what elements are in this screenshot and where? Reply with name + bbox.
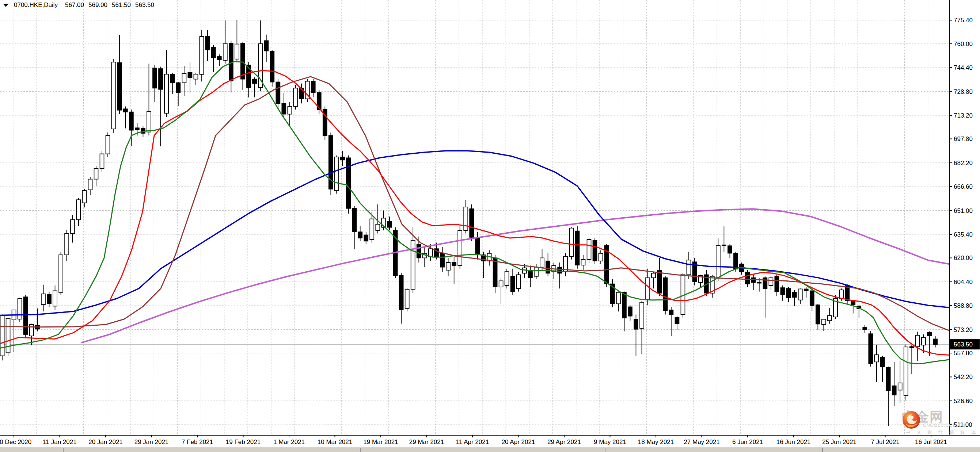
candle-body — [916, 335, 920, 346]
x-axis-label: 16 Jun 2021 — [776, 438, 811, 446]
candle-body — [634, 319, 638, 329]
candle-body — [869, 334, 873, 363]
candle-body — [124, 109, 127, 112]
low-value: 561.50 — [112, 2, 131, 9]
candle-body — [681, 274, 685, 315]
candle-body — [135, 128, 139, 130]
candle-body — [792, 292, 797, 297]
candle-body — [235, 44, 239, 59]
x-axis-label: 30 Dec 2020 — [0, 438, 32, 446]
candle-body — [106, 135, 110, 154]
candle-body — [118, 63, 122, 110]
x-axis-label: 29 Mar 2021 — [409, 438, 444, 446]
candle-body — [687, 260, 691, 274]
y-axis-label: 666.60 — [954, 183, 973, 190]
candle-body — [200, 36, 204, 74]
candle-body — [511, 276, 515, 292]
x-axis-label: 6 Jun 2021 — [732, 438, 763, 446]
candle-body — [534, 267, 538, 276]
candle-body — [599, 254, 603, 261]
y-axis-label: 620.00 — [954, 254, 973, 262]
candle-body — [153, 68, 157, 88]
candle-body — [851, 301, 855, 305]
candle-body — [646, 278, 650, 300]
candle-body — [94, 168, 98, 179]
candle-body — [452, 263, 456, 265]
symbol-dropdown-icon[interactable] — [3, 4, 9, 7]
candle-body — [517, 275, 521, 289]
pane-separator — [822, 448, 823, 452]
candle-body — [417, 244, 421, 258]
candle-body — [288, 106, 291, 114]
y-axis-label: 635.40 — [954, 231, 973, 238]
candle-body — [657, 270, 661, 293]
candle-body — [276, 82, 280, 104]
candle-body — [810, 291, 814, 306]
y-axis-label: 526.60 — [954, 398, 973, 404]
x-axis-label: 20 Jan 2021 — [88, 438, 123, 446]
candle-body — [147, 111, 151, 132]
candle-body — [399, 276, 403, 310]
candle-body — [928, 332, 931, 336]
candle-body — [628, 307, 632, 316]
candle-body — [886, 368, 891, 391]
candle-body — [675, 318, 679, 324]
x-axis-label: 7 Feb 2021 — [181, 438, 213, 446]
y-axis-label: 697.80 — [954, 135, 973, 143]
candle-body — [340, 157, 345, 160]
candle-body — [640, 302, 644, 328]
candlestick-chart[interactable]: 775.40760.00744.40728.80713.20697.80682.… — [0, 0, 980, 452]
candle-body — [616, 292, 620, 304]
candle-body — [787, 289, 791, 298]
candle-body — [652, 273, 655, 278]
candle-body — [775, 276, 779, 292]
candle-body — [440, 254, 444, 267]
candle-body — [364, 235, 368, 241]
candle-body — [816, 305, 820, 324]
candle-body — [194, 74, 198, 79]
candle-body — [569, 228, 573, 257]
candle-body — [769, 278, 773, 285]
candle-body — [294, 88, 298, 106]
candle-body — [88, 179, 92, 190]
candle-body — [206, 36, 210, 50]
candle-body — [839, 290, 843, 298]
x-axis-label: 11 Apr 2021 — [456, 438, 489, 446]
candle-body — [804, 289, 808, 290]
candle-body — [863, 327, 867, 329]
candle-body — [663, 278, 667, 311]
y-axis-label: 775.40 — [954, 17, 973, 24]
window-bottom-strip — [0, 447, 980, 452]
candle-body — [881, 357, 885, 367]
candle-body — [933, 339, 937, 344]
candle-body — [476, 237, 479, 255]
pane-separator — [63, 448, 64, 452]
candle-body — [6, 318, 10, 353]
candle-body — [241, 43, 245, 79]
candle-body — [781, 288, 784, 295]
candle-body — [311, 81, 315, 92]
candle-body — [270, 51, 274, 82]
candle-body — [212, 48, 216, 58]
candle-body — [129, 112, 134, 130]
candle-body — [65, 233, 69, 255]
candle-body — [223, 44, 227, 60]
candle-body — [799, 289, 802, 300]
candle-body — [716, 246, 720, 277]
candle-body — [587, 239, 591, 259]
x-axis-label: 10 Mar 2021 — [318, 438, 352, 446]
y-axis-label: 728.80 — [954, 88, 973, 95]
y-axis-label: 760.00 — [954, 41, 973, 48]
x-axis-label: 25 Jun 2021 — [822, 438, 856, 446]
candle-body — [822, 319, 826, 324]
x-axis-label: 29 Apr 2021 — [547, 438, 581, 446]
candle-body — [898, 383, 902, 390]
y-axis-label: 573.20 — [954, 327, 973, 333]
candle-body — [188, 72, 192, 78]
candle-body — [53, 291, 57, 306]
candle-body — [827, 316, 832, 320]
x-axis-label: 1 Mar 2021 — [273, 438, 305, 446]
open-value: 567.00 — [65, 2, 84, 9]
y-axis-label: 604.40 — [954, 279, 973, 285]
mt4-chart-window: 775.40760.00744.40728.80713.20697.80682.… — [0, 0, 980, 452]
